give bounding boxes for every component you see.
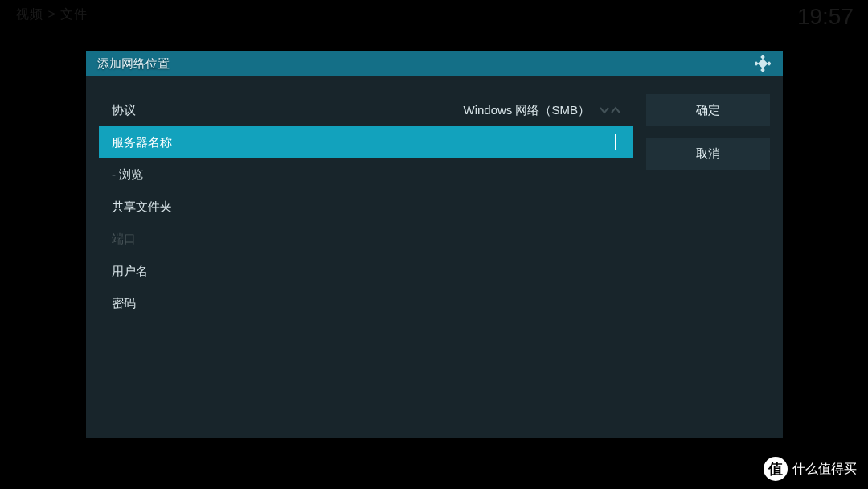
server-name-label: 服务器名称 [112, 135, 172, 150]
svg-rect-4 [758, 59, 768, 69]
add-network-location-dialog: 添加网络位置 协议 Windows 网络（SMB） [86, 51, 783, 438]
smzdm-watermark: 值 什么值得买 [764, 457, 857, 481]
ok-button[interactable]: 确定 [646, 94, 770, 126]
shared-folder-label: 共享文件夹 [112, 199, 172, 215]
watermark-badge-icon: 值 [764, 457, 788, 481]
ok-button-label: 确定 [696, 103, 720, 118]
kodi-logo-icon [754, 55, 772, 72]
cancel-button-label: 取消 [696, 146, 720, 162]
background-clock: 19:57 [797, 4, 854, 30]
shared-folder-row[interactable]: 共享文件夹 [99, 191, 633, 223]
dialog-title: 添加网络位置 [97, 56, 170, 72]
browse-row[interactable]: - 浏览 [99, 158, 633, 191]
watermark-text: 什么值得买 [792, 461, 857, 478]
protocol-label: 协议 [112, 103, 136, 118]
action-column: 确定 取消 [646, 94, 770, 319]
form-column: 协议 Windows 网络（SMB） 服务器名称 - 浏览 [99, 94, 633, 319]
spinner-arrows-icon [600, 105, 620, 115]
password-row[interactable]: 密码 [99, 287, 633, 319]
port-label: 端口 [112, 232, 136, 247]
browse-label: - 浏览 [112, 167, 143, 183]
username-label: 用户名 [112, 264, 148, 279]
protocol-row[interactable]: 协议 Windows 网络（SMB） [99, 94, 633, 126]
server-name-row[interactable]: 服务器名称 [99, 126, 633, 158]
password-label: 密码 [112, 296, 136, 311]
background-breadcrumb: 视频 > 文件 [16, 6, 88, 23]
text-cursor-icon [615, 134, 616, 150]
username-row[interactable]: 用户名 [99, 255, 633, 287]
port-row: 端口 [99, 223, 633, 255]
cancel-button[interactable]: 取消 [646, 138, 770, 170]
protocol-value: Windows 网络（SMB） [463, 103, 590, 118]
dialog-title-bar: 添加网络位置 [86, 51, 783, 76]
